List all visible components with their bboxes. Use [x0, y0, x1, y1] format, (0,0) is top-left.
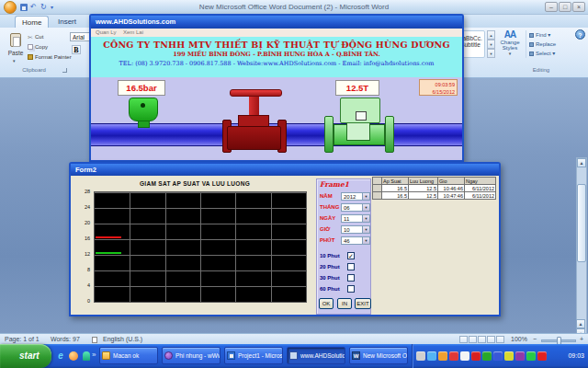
word-count[interactable]: Words: 97	[51, 336, 80, 342]
form2-titlebar[interactable]: Form2	[71, 164, 499, 176]
company-contact: TEL: (08) 3.9720.738 - 0906.817.588 - We…	[91, 60, 462, 67]
chevron-down-icon[interactable]: ▼	[362, 204, 369, 211]
zoom-out-icon[interactable]: −	[533, 336, 537, 342]
previous-page-button[interactable]: ▲	[576, 319, 585, 328]
find-icon	[529, 33, 534, 38]
office-button[interactable]	[4, 1, 17, 14]
minimize-button[interactable]: –	[545, 2, 558, 12]
undo-icon[interactable]: ↶	[30, 3, 37, 12]
flow-meter-transmitter[interactable]	[340, 98, 380, 123]
close-button[interactable]: ×	[572, 2, 585, 12]
pressure-sensor[interactable]	[129, 98, 158, 121]
save-icon[interactable]	[20, 4, 28, 11]
messenger-icon[interactable]	[81, 351, 92, 362]
chevron-down-icon[interactable]: ▼	[362, 193, 369, 200]
qat-dropdown-icon[interactable]: ▾	[51, 3, 53, 12]
exit-button[interactable]: EXIT	[355, 298, 371, 309]
clipboard-dialog-launcher[interactable]	[62, 68, 67, 73]
taskbar-clock[interactable]: 09:03	[568, 344, 584, 368]
ok-button[interactable]: OK	[319, 298, 334, 309]
web-layout-view-icon[interactable]	[478, 336, 486, 343]
bold-button[interactable]: B	[72, 45, 81, 54]
tray-icon[interactable]	[482, 351, 492, 361]
tray-icon[interactable]	[438, 351, 447, 361]
taskbar-item-project1[interactable]: Project1 - Microsof...	[224, 347, 283, 364]
scroll-up-icon[interactable]: ▲	[577, 158, 586, 167]
flow-meter-flange-right	[385, 116, 394, 153]
change-styles-button[interactable]: AA Change Styles ▾	[497, 29, 523, 70]
taskbar-item-ahdsolutions[interactable]: www.AHDSolution...	[287, 347, 345, 364]
chevron-down-icon[interactable]: ▼	[362, 237, 369, 244]
table-row[interactable]: 16.5 12.5 10:46:46 6/11/2012	[373, 185, 496, 192]
browser-icon[interactable]	[68, 351, 79, 362]
tab-home[interactable]: Home	[15, 16, 49, 28]
paste-button[interactable]: Paste ▾	[4, 30, 26, 69]
style-gallery-up[interactable]: ▲	[487, 30, 495, 40]
start-button[interactable]: start	[0, 344, 51, 368]
checkbox-60-phut[interactable]	[347, 285, 355, 293]
chevron-down-icon[interactable]: ▼	[362, 215, 369, 222]
page-indicator[interactable]: Page: 1 of 1	[5, 336, 40, 342]
taskbar-item-macan-ok[interactable]: Macan ok	[99, 347, 158, 364]
style-gallery-down[interactable]: ▼	[487, 40, 495, 49]
tray-icon[interactable]	[537, 351, 547, 361]
tab-insert[interactable]: Insert	[51, 16, 83, 28]
help-icon[interactable]: ?	[575, 29, 585, 40]
tray-icon[interactable]	[515, 351, 525, 361]
tray-icon[interactable]	[471, 351, 481, 361]
draft-view-icon[interactable]	[496, 336, 504, 343]
fullscreen-view-icon[interactable]	[469, 336, 477, 343]
menu-quan-ly[interactable]: Quan Ly	[96, 29, 116, 37]
zoom-level[interactable]: 100%	[511, 336, 527, 342]
record-selector[interactable]	[373, 192, 382, 200]
language-indicator[interactable]: English (U.S.)	[103, 336, 142, 342]
quick-launch-overflow[interactable]: »	[92, 351, 96, 359]
valve-stem	[249, 97, 259, 117]
checkbox-20-phut[interactable]	[347, 263, 355, 270]
taskbar-item-phi-nhung[interactable]: Phi nhung - wWw...	[162, 347, 220, 364]
minute-select[interactable]: 46▼	[341, 236, 370, 245]
year-select[interactable]: 2012▼	[341, 192, 370, 201]
zoom-in-icon[interactable]: +	[580, 336, 583, 342]
find-button[interactable]: Find ▾	[529, 30, 557, 40]
maximize-button[interactable]: □	[559, 2, 571, 12]
table-row[interactable]: 16.5 12.5 10:47:46 6/11/2012	[373, 192, 496, 200]
record-selector[interactable]	[373, 185, 382, 192]
ahd-titlebar[interactable]: www.AHDSolutions.com	[91, 16, 462, 29]
spellcheck-icon[interactable]	[92, 337, 97, 343]
month-select[interactable]: 06▼	[341, 203, 370, 212]
select-button[interactable]: Select ▾	[529, 49, 557, 58]
cut-button[interactable]: ✂Cut	[28, 32, 43, 41]
pressure-reading-label: 16.5bar	[118, 80, 165, 96]
style-gallery-more[interactable]: ▼	[487, 49, 495, 58]
print-layout-view-icon[interactable]	[459, 336, 468, 343]
checkbox-30-phut[interactable]	[347, 274, 355, 282]
internet-explorer-icon[interactable]: e	[55, 351, 66, 362]
menu-xem-lai[interactable]: Xem Lai	[123, 29, 143, 37]
chevron-down-icon[interactable]: ▼	[362, 226, 369, 233]
hour-select[interactable]: 10▼	[341, 225, 370, 234]
redo-icon[interactable]: ↻	[40, 3, 47, 12]
valve-body[interactable]	[227, 126, 281, 150]
paste-dropdown-icon[interactable]: ▾	[13, 58, 16, 63]
tray-icon[interactable]	[504, 351, 514, 361]
word-statusbar: Page: 1 of 1 Words: 97 English (U.S.) 10…	[0, 333, 588, 344]
outline-view-icon[interactable]	[487, 336, 495, 343]
clipboard-group-label: Clipboard	[0, 67, 68, 73]
replace-button[interactable]: Replace	[529, 40, 557, 49]
ahd-menubar: Quan Ly Xem Lai	[91, 29, 462, 37]
tray-icon[interactable]	[493, 351, 503, 361]
scrollbar-thumb[interactable]	[577, 184, 586, 262]
tray-icon[interactable]	[427, 351, 436, 361]
tray-icon[interactable]	[460, 351, 469, 361]
day-select[interactable]: 11▼	[341, 214, 370, 223]
tray-icon[interactable]	[526, 351, 536, 361]
valve-handle[interactable]	[230, 89, 282, 97]
tray-icon[interactable]	[449, 351, 458, 361]
copy-button[interactable]: Copy	[28, 42, 48, 52]
in-button[interactable]: IN	[337, 298, 352, 309]
taskbar-item-word-document[interactable]: WNew Microsoft Offi...	[349, 347, 408, 364]
checkbox-10-phut[interactable]: ✓	[347, 252, 355, 259]
tray-icon[interactable]	[416, 351, 425, 361]
format-painter-button[interactable]: Format Painter	[28, 52, 72, 62]
